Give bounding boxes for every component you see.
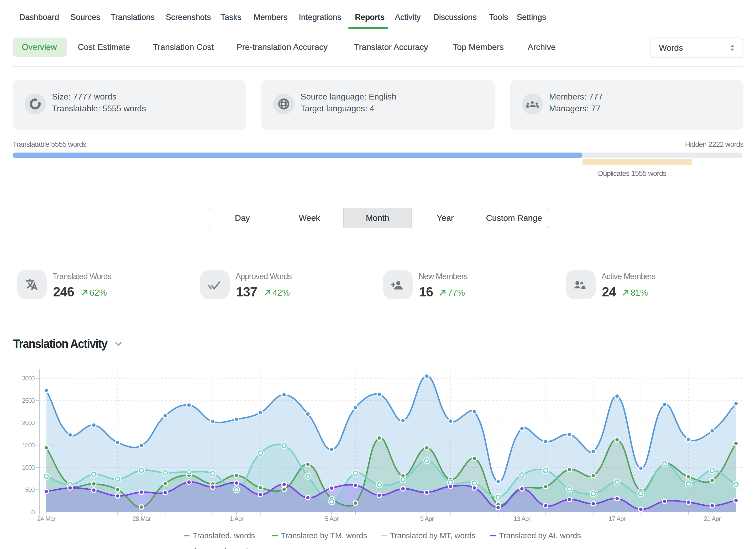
svg-text:28 Mar: 28 Mar (132, 515, 151, 522)
svg-text:3000: 3000 (22, 375, 35, 382)
svg-text:9 Apr: 9 Apr (420, 515, 434, 522)
svg-text:1 Apr: 1 Apr (230, 515, 244, 522)
svg-text:13 Apr: 13 Apr (514, 515, 531, 522)
svg-text:21 Apr: 21 Apr (704, 515, 721, 522)
svg-text:0: 0 (31, 509, 35, 516)
svg-text:1000: 1000 (22, 464, 35, 471)
svg-text:2000: 2000 (22, 419, 35, 426)
svg-text:24 Mar: 24 Mar (37, 515, 56, 522)
svg-text:1500: 1500 (22, 442, 35, 449)
svg-text:2500: 2500 (22, 397, 35, 404)
svg-text:5 Apr: 5 Apr (325, 515, 339, 522)
svg-text:500: 500 (25, 486, 35, 493)
svg-text:17 Apr: 17 Apr (609, 515, 626, 522)
